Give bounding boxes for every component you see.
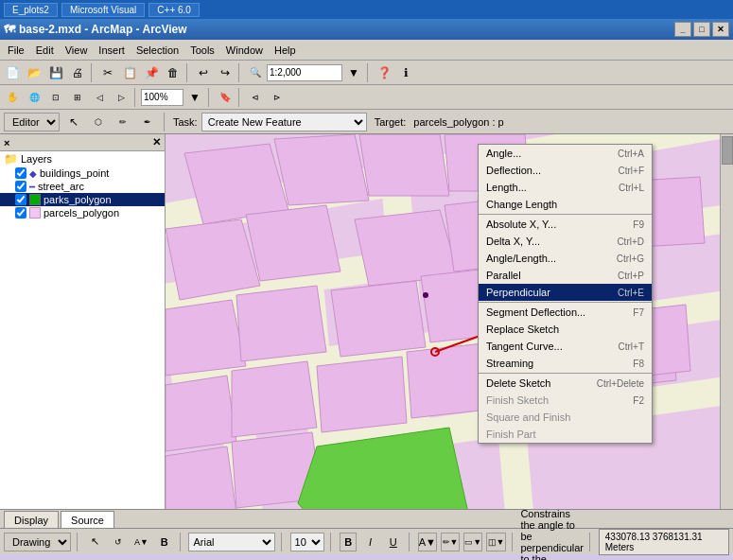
delete-btn[interactable]: 🗑	[163, 62, 183, 83]
layer-parcels[interactable]: parcels_polygon	[0, 206, 165, 219]
save-btn[interactable]: 💾	[45, 62, 66, 83]
ctx-absolute-xy[interactable]: Absolute X, Y... F9	[479, 216, 652, 233]
scale-dropdown[interactable]: ▼	[343, 62, 364, 83]
bold-btn[interactable]: B	[340, 533, 357, 551]
cut-btn[interactable]: ✂	[97, 62, 118, 83]
layer-parks-checkbox[interactable]	[15, 194, 26, 205]
sep6	[208, 88, 212, 107]
sep1	[91, 63, 95, 82]
ctx-finish-part-label: Finish Part	[486, 429, 536, 440]
edit-node-btn[interactable]: ⬡	[88, 112, 109, 132]
redo-btn[interactable]: ↪	[215, 62, 236, 83]
fill-btn[interactable]: ▭▼	[463, 533, 482, 551]
layer-street[interactable]: ━ street_arc	[0, 180, 165, 193]
zoom-layer-btn[interactable]: ⊡	[45, 87, 66, 108]
ctx-angle-length-shortcut: Ctrl+G	[617, 254, 644, 264]
fill-color-btn[interactable]: A▼	[418, 533, 437, 551]
copy-btn[interactable]: 📋	[119, 62, 140, 83]
ctx-delete-sketch[interactable]: Delete Sketch Ctrl+Delete	[479, 375, 652, 392]
layer-buildings-checkbox[interactable]	[15, 167, 26, 179]
menu-edit[interactable]: Edit	[30, 43, 60, 58]
menu-file[interactable]: File	[2, 43, 30, 58]
ctx-change-length[interactable]: Change Length	[479, 196, 652, 213]
zoom-dropdown[interactable]: ▼	[184, 87, 205, 108]
editor-dropdown[interactable]: Editor	[4, 113, 60, 131]
new-btn[interactable]: 📄	[2, 62, 23, 83]
menu-window[interactable]: Window	[220, 43, 269, 58]
ctx-length[interactable]: Length... Ctrl+L	[479, 179, 652, 196]
menu-tools[interactable]: Tools	[184, 43, 220, 58]
map-area[interactable]: Angle... Ctrl+A Deflection... Ctrl+F Len…	[166, 134, 733, 509]
toolbar-2: ✋ 🌐 ⊡ ⊞ ◁ ▷ ▼ 🔖 ⊲ ⊳	[0, 85, 733, 110]
bookmark-btn[interactable]: 🔖	[215, 87, 236, 108]
layer-parcels-checkbox[interactable]	[15, 207, 26, 219]
rotate-tool-btn[interactable]: ↺	[109, 533, 128, 551]
ctx-segment-deflection[interactable]: Segment Deflection... F7	[479, 304, 652, 321]
pointer-tool-btn[interactable]: ↖	[86, 533, 105, 551]
maximize-button[interactable]: □	[693, 22, 710, 37]
paste-btn[interactable]: 📌	[141, 62, 162, 83]
ctx-angle[interactable]: Angle... Ctrl+A	[479, 145, 652, 162]
layer-parks[interactable]: parks_polygon	[0, 193, 165, 206]
map-nav-btn[interactable]: ⊲	[245, 87, 266, 108]
sidebar-close-btn[interactable]: ✕	[152, 136, 161, 149]
text-size-btn[interactable]: A▼	[131, 533, 150, 551]
task-select[interactable]: Create New Feature	[201, 113, 367, 131]
zoom-sel-btn[interactable]: ⊞	[67, 87, 88, 108]
svg-marker-25	[317, 357, 407, 432]
edit-pen-btn[interactable]: ✏	[113, 112, 133, 132]
layer-group[interactable]: 📁 Layers	[0, 151, 165, 166]
zoom-fwd-btn[interactable]: ▷	[111, 87, 131, 108]
layer-street-checkbox[interactable]	[15, 181, 26, 192]
edit-pen2-btn[interactable]: ✒	[137, 112, 158, 132]
underline-btn[interactable]: U	[384, 533, 403, 551]
map-nav2-btn[interactable]: ⊳	[267, 87, 288, 108]
layer-buildings[interactable]: ◆ buildings_point	[0, 166, 165, 180]
italic-btn[interactable]: I	[360, 533, 379, 551]
ctx-deflection[interactable]: Deflection... Ctrl+F	[479, 162, 652, 179]
zoom-full-btn[interactable]: 🌐	[24, 87, 44, 108]
menu-selection[interactable]: Selection	[131, 43, 184, 58]
font-select[interactable]: Arial	[188, 533, 274, 551]
ctx-tangent-curve[interactable]: Tangent Curve... Ctrl+T	[479, 338, 652, 355]
print-btn[interactable]: 🖨	[67, 62, 88, 83]
app-title-bar: 🗺 base-2.mxd - ArcMap - ArcView _ □ ✕	[0, 19, 733, 40]
menu-insert[interactable]: Insert	[93, 43, 131, 58]
ctx-angle-length[interactable]: Angle/Length... Ctrl+G	[479, 250, 652, 267]
ctx-delta-xy[interactable]: Delta X, Y... Ctrl+D	[479, 233, 652, 250]
scale-input[interactable]	[267, 64, 342, 81]
edit-pointer-btn[interactable]: ↖	[63, 112, 84, 132]
ctx-parallel[interactable]: Parallel Ctrl+P	[479, 267, 652, 284]
ctx-segment-deflection-shortcut: F7	[633, 307, 644, 318]
minimize-button[interactable]: _	[674, 22, 691, 37]
pan-btn[interactable]: ✋	[2, 87, 23, 108]
help-btn[interactable]: ❓	[374, 62, 394, 83]
taskbar-item-1[interactable]: E_plots2	[4, 3, 58, 17]
line-color-btn[interactable]: ✏▼	[441, 533, 460, 551]
undo-btn[interactable]: ↩	[193, 62, 214, 83]
scrollbar-thumb[interactable]	[722, 136, 733, 165]
zoom-input[interactable]	[141, 89, 183, 106]
zoom-in-btn[interactable]: 🔍	[245, 62, 266, 83]
ctx-streaming[interactable]: Streaming F8	[479, 355, 652, 372]
vertical-scrollbar[interactable]	[720, 134, 733, 509]
open-btn[interactable]: 📂	[24, 62, 44, 83]
tab-source[interactable]: Source	[61, 511, 114, 528]
ctx-replace-sketch[interactable]: Replace Sketch	[479, 321, 652, 338]
taskbar-item-2[interactable]: Microsoft Visual	[61, 3, 145, 17]
zoom-back-btn[interactable]: ◁	[89, 87, 110, 108]
ctx-perpendicular[interactable]: Perpendicular Ctrl+E	[479, 284, 652, 301]
app-title-controls: _ □ ✕	[674, 22, 729, 37]
close-button[interactable]: ✕	[712, 22, 729, 37]
ctx-angle-shortcut: Ctrl+A	[618, 149, 644, 159]
drawing-dropdown[interactable]: Drawing	[4, 533, 71, 551]
menu-view[interactable]: View	[60, 43, 94, 58]
menu-help[interactable]: Help	[269, 43, 302, 58]
shadow-btn[interactable]: ◫▼	[486, 533, 505, 551]
ctx-tangent-curve-label: Tangent Curve...	[486, 341, 563, 352]
taskbar-item-3[interactable]: C++ 6.0	[148, 3, 200, 17]
tab-display[interactable]: Display	[4, 511, 59, 528]
size-select[interactable]: 10	[290, 533, 325, 551]
bold-tool-btn[interactable]: B	[154, 533, 173, 551]
identify-btn[interactable]: ℹ	[395, 62, 416, 83]
